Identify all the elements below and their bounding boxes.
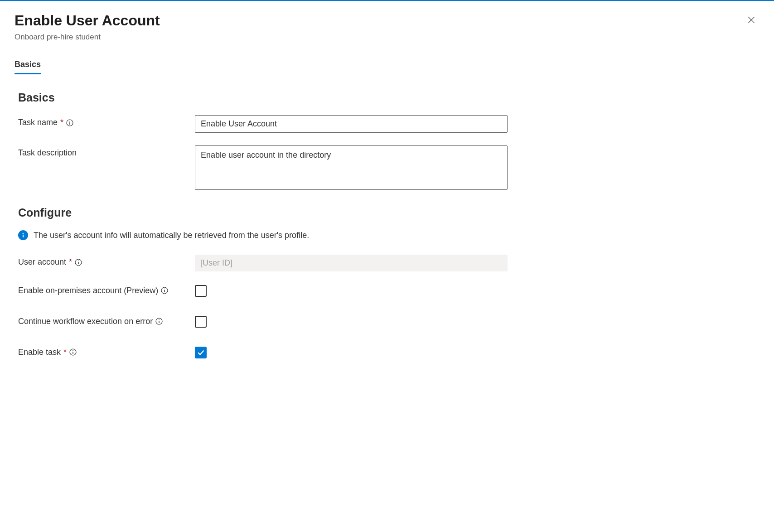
- continue-on-error-label: Continue workflow execution on error: [18, 317, 153, 326]
- user-account-label-group: User account *: [18, 255, 195, 267]
- enable-task-label-group: Enable task *: [18, 348, 195, 357]
- enable-onprem-row: Enable on-premises account (Preview): [15, 284, 759, 297]
- enable-onprem-label: Enable on-premises account (Preview): [18, 286, 158, 295]
- svg-point-12: [164, 289, 165, 290]
- svg-point-18: [73, 350, 73, 351]
- continue-on-error-row: Continue workflow execution on error: [15, 315, 759, 328]
- required-marker: *: [63, 348, 67, 357]
- svg-point-5: [23, 233, 24, 235]
- info-icon[interactable]: [75, 259, 82, 266]
- task-description-input[interactable]: Enable user account in the directory: [195, 145, 508, 190]
- user-account-field: [User ID]: [195, 255, 508, 271]
- svg-point-4: [69, 121, 70, 122]
- svg-rect-6: [23, 235, 24, 237]
- info-banner: The user's account info will automatical…: [15, 230, 759, 240]
- close-button[interactable]: [743, 12, 759, 29]
- close-icon: [747, 15, 756, 26]
- task-description-label-group: Task description: [18, 145, 195, 158]
- task-name-label-group: Task name *: [18, 115, 195, 127]
- required-marker: *: [69, 257, 72, 267]
- basics-section-heading: Basics: [15, 91, 759, 104]
- task-description-label: Task description: [18, 148, 77, 158]
- info-banner-text: The user's account info will automatical…: [34, 231, 309, 240]
- info-icon[interactable]: [69, 348, 77, 356]
- info-icon[interactable]: [66, 119, 73, 126]
- info-icon[interactable]: [155, 318, 163, 325]
- task-name-row: Task name *: [15, 115, 759, 133]
- panel-header: Enable User Account Onboard pre-hire stu…: [15, 12, 759, 42]
- continue-on-error-label-group: Continue workflow execution on error: [18, 317, 195, 326]
- continue-on-error-checkbox[interactable]: [195, 316, 207, 328]
- tab-bar: Basics: [15, 60, 759, 75]
- enable-onprem-label-group: Enable on-premises account (Preview): [18, 286, 195, 295]
- info-icon[interactable]: [161, 287, 168, 294]
- task-description-row: Task description Enable user account in …: [15, 145, 759, 190]
- task-name-input[interactable]: [195, 115, 508, 133]
- enable-task-label: Enable task: [18, 348, 61, 357]
- tab-basics[interactable]: Basics: [15, 60, 41, 74]
- user-account-label: User account: [18, 257, 66, 267]
- user-account-row: User account * [User ID]: [15, 255, 759, 271]
- configure-section-heading: Configure: [15, 206, 759, 219]
- svg-point-15: [159, 319, 160, 320]
- panel-subtitle: Onboard pre-hire student: [15, 33, 160, 42]
- svg-point-9: [78, 261, 79, 261]
- task-name-label: Task name: [18, 118, 58, 127]
- enable-task-checkbox[interactable]: [195, 347, 207, 358]
- enable-task-row: Enable task *: [15, 346, 759, 358]
- enable-onprem-checkbox[interactable]: [195, 285, 207, 297]
- required-marker: *: [60, 118, 63, 127]
- panel-title: Enable User Account: [15, 12, 160, 29]
- info-banner-icon: [18, 230, 28, 240]
